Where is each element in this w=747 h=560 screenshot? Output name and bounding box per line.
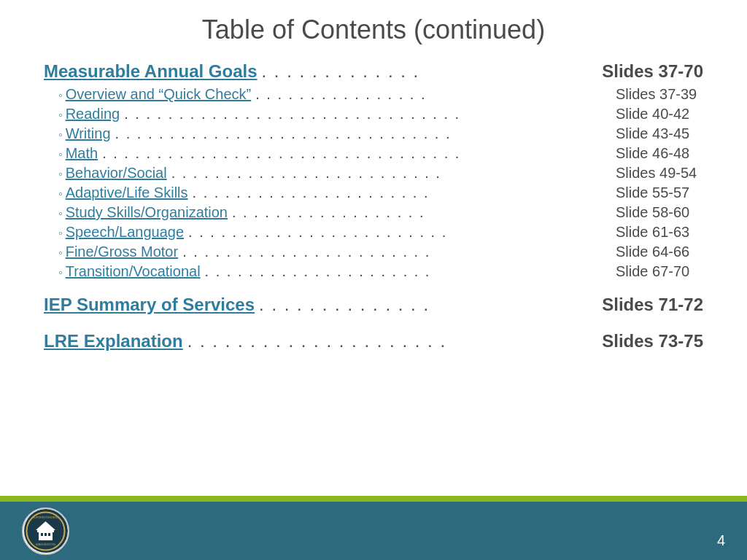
gap-2 [44,319,703,331]
toc-dots-3: . . . . . . . . . . . . . . . . . . . . … [187,331,598,351]
toc-slides-sub-5: Slide 55-57 [616,184,703,201]
toc-dots-sub-9: . . . . . . . . . . . . . . . . . . . . … [205,263,611,280]
toc-sub-row-5: ◦ Adaptive/Life Skills . . . . . . . . .… [44,184,703,201]
toc-link-lre[interactable]: LRE Explanation [44,331,183,351]
toc-link-measurable-annual-goals[interactable]: Measurable Annual Goals [44,61,258,82]
toc-sub-row-8: ◦ Fine/Gross Motor . . . . . . . . . . .… [44,244,703,260]
toc-label-sub-1: ◦ Reading [58,106,120,122]
toc-dots-sub-8: . . . . . . . . . . . . . . . . . . . . … [182,244,611,260]
bullet-3: ◦ [58,148,63,161]
toc-slides-sub-1: Slide 40-42 [616,106,703,122]
toc-sub-row-1: ◦ Reading . . . . . . . . . . . . . . . … [44,106,703,122]
toc-label-2: IEP Summary of Services [44,295,255,315]
toc-main-row-1: Measurable Annual Goals . . . . . . . . … [44,61,703,82]
toc-label-sub-5: ◦ Adaptive/Life Skills [58,184,188,201]
blue-bar: SUPERINTENDENT WASHINGTON 4 [0,502,747,560]
toc-link-overview[interactable]: Overview and “Quick Check” [66,86,252,103]
toc-label-sub-0: ◦ Overview and “Quick Check” [58,86,251,103]
toc-slides-sub-0: Slides 37-39 [616,86,703,103]
toc-dots-sub-5: . . . . . . . . . . . . . . . . . . . . … [193,184,611,201]
toc-dots-sub-4: . . . . . . . . . . . . . . . . . . . . … [171,165,611,182]
toc-sub-row-6: ◦ Study Skills/Organization . . . . . . … [44,204,703,221]
slide: Table of Contents (continued) Measurable… [0,0,747,560]
logo: SUPERINTENDENT WASHINGTON [22,508,69,555]
toc-link-reading[interactable]: Reading [66,106,120,122]
toc-dots-sub-6: . . . . . . . . . . . . . . . . . . [232,204,611,221]
toc-slides-sub-8: Slide 64-66 [616,244,703,260]
logo-svg: SUPERINTENDENT WASHINGTON [26,511,66,551]
toc-link-writing[interactable]: Writing [66,125,111,142]
toc-sub-row-0: ◦ Overview and “Quick Check” . . . . . .… [44,86,703,103]
toc-slides-sub-7: Slide 61-63 [616,224,703,241]
toc-sub-row-3: ◦ Math . . . . . . . . . . . . . . . . .… [44,145,703,162]
toc-slides-sub-6: Slide 58-60 [616,204,703,221]
gap-1 [44,283,703,295]
bullet-2: ◦ [58,128,63,141]
toc-dots-sub-2: . . . . . . . . . . . . . . . . . . . . … [115,125,611,142]
bullet-8: ◦ [58,246,63,260]
toc-dots-sub-0: . . . . . . . . . . . . . . . . [255,86,611,103]
toc-dots-1: . . . . . . . . . . . . . [262,61,598,82]
toc-label-sub-3: ◦ Math [58,145,98,162]
toc-slides-sub-4: Slides 49-54 [616,165,703,182]
toc-label-1: Measurable Annual Goals [44,61,258,82]
green-bar [0,496,747,502]
bullet-4: ◦ [58,168,63,181]
toc-sub-row-2: ◦ Writing . . . . . . . . . . . . . . . … [44,125,703,142]
logo-inner: SUPERINTENDENT WASHINGTON [24,509,68,553]
toc-slides-3: Slides 73-75 [602,331,703,351]
svg-text:WASHINGTON: WASHINGTON [36,542,55,546]
toc-slides-1: Slides 37-70 [602,61,703,82]
toc-slides-2: Slides 71-72 [602,295,703,315]
toc-label-sub-7: ◦ Speech/Language [58,224,184,241]
toc-main-row-3: LRE Explanation . . . . . . . . . . . . … [44,331,703,351]
svg-text:SUPERINTENDENT: SUPERINTENDENT [32,516,59,519]
toc-sub-row-4: ◦ Behavior/Social . . . . . . . . . . . … [44,165,703,182]
toc-link-adaptive[interactable]: Adaptive/Life Skills [66,184,188,201]
toc-link-study[interactable]: Study Skills/Organization [66,204,228,221]
toc-dots-sub-7: . . . . . . . . . . . . . . . . . . . . … [188,224,611,241]
toc-label-sub-2: ◦ Writing [58,125,111,142]
toc-sub-row-7: ◦ Speech/Language . . . . . . . . . . . … [44,224,703,241]
toc-dots-sub-1: . . . . . . . . . . . . . . . . . . . . … [124,106,611,122]
page-title: Table of Contents (continued) [44,15,703,45]
bullet-7: ◦ [58,227,63,240]
toc-label-sub-9: ◦ Transition/Vocational [58,263,201,280]
svg-rect-4 [41,533,43,536]
toc-dots-sub-3: . . . . . . . . . . . . . . . . . . . . … [102,145,611,162]
toc-slides-sub-3: Slide 46-48 [616,145,703,162]
toc-label-sub-6: ◦ Study Skills/Organization [58,204,228,221]
toc-link-math[interactable]: Math [66,145,98,162]
content-area: Table of Contents (continued) Measurable… [0,0,747,496]
toc-link-transition[interactable]: Transition/Vocational [66,263,201,280]
bullet-5: ◦ [58,187,63,201]
bullet-0: ◦ [58,89,63,102]
toc-label-3: LRE Explanation [44,331,183,351]
toc-slides-sub-2: Slide 43-45 [616,125,703,142]
toc-link-fine-motor[interactable]: Fine/Gross Motor [66,244,178,260]
svg-rect-6 [48,533,50,536]
bullet-1: ◦ [58,109,63,122]
toc-link-behavior[interactable]: Behavior/Social [66,165,167,182]
toc-label-sub-8: ◦ Fine/Gross Motor [58,244,178,260]
toc-slides-sub-9: Slide 67-70 [616,263,703,280]
toc-dots-2: . . . . . . . . . . . . . . [259,295,597,315]
toc-main-row-2: IEP Summary of Services . . . . . . . . … [44,295,703,315]
page-number: 4 [717,532,725,549]
bullet-6: ◦ [58,207,63,220]
toc-link-iep-summary[interactable]: IEP Summary of Services [44,295,255,315]
svg-rect-2 [37,530,54,532]
bullet-9: ◦ [58,266,63,279]
bottom-bar: SUPERINTENDENT WASHINGTON 4 [0,496,747,560]
toc-sub-row-9: ◦ Transition/Vocational . . . . . . . . … [44,263,703,280]
toc-label-sub-4: ◦ Behavior/Social [58,165,167,182]
svg-rect-5 [44,533,47,536]
toc-link-speech[interactable]: Speech/Language [66,224,184,241]
